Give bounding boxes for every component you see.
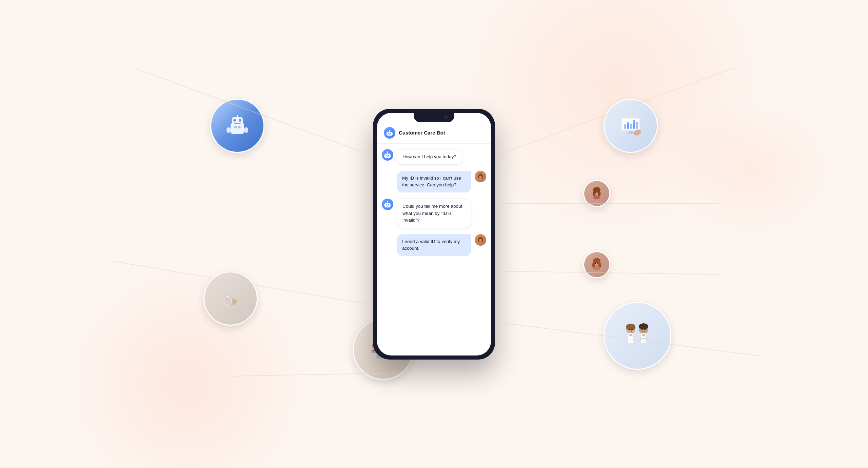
chat-messages: How can I help you today? My ID is inval…: [377, 144, 491, 355]
svg-rect-15: [234, 126, 237, 128]
svg-rect-104: [390, 204, 391, 206]
message-row-4: I need a valid ID to verify my account.: [382, 234, 486, 256]
message-bubble-1: How can I help you today?: [397, 149, 462, 165]
svg-point-86: [386, 155, 387, 156]
svg-point-24: [225, 296, 230, 297]
user-avatar-2: [475, 234, 486, 246]
svg-point-52: [597, 191, 598, 192]
chat-header: Customer Care Bot: [377, 122, 491, 144]
svg-rect-18: [244, 127, 248, 133]
floating-circle-robot: [210, 99, 264, 153]
svg-rect-88: [387, 156, 389, 157]
svg-point-102: [387, 201, 388, 202]
svg-rect-17: [226, 127, 231, 133]
message-row-1: How can I help you today?: [382, 149, 486, 165]
svg-point-50: [593, 195, 600, 199]
phone-notch: [414, 113, 454, 122]
svg-point-96: [481, 175, 484, 178]
message-row-3: Could you tell me more about what you me…: [382, 199, 486, 228]
svg-rect-42: [629, 131, 632, 133]
svg-point-79: [390, 133, 391, 134]
svg-point-47: [593, 191, 596, 196]
svg-rect-39: [636, 122, 638, 128]
svg-point-75: [642, 329, 643, 330]
svg-point-108: [481, 238, 484, 242]
svg-point-90: [387, 151, 388, 152]
bot-msg-icon-1: [384, 151, 391, 159]
user-icon-2: [477, 236, 484, 244]
svg-point-9: [233, 119, 236, 122]
chat-title: Customer Care Bot: [399, 130, 445, 136]
message-bubble-3: Could you tell me more about what you me…: [397, 199, 471, 228]
bot-avatar-header: [384, 127, 395, 139]
message-bubble-4: I need a valid ID to verify my account.: [397, 234, 471, 256]
svg-rect-37: [630, 123, 632, 128]
svg-rect-100: [387, 206, 389, 207]
svg-rect-80: [389, 134, 391, 135]
bot-avatar-msg-1: [382, 149, 393, 161]
phone-mockup: Customer Care Bot: [373, 109, 495, 360]
floating-circle-doctors: [604, 302, 671, 370]
svg-point-48: [598, 191, 601, 196]
svg-point-22: [224, 297, 231, 305]
svg-point-78: [388, 133, 389, 134]
floating-circle-user-2: [583, 251, 610, 278]
bot-avatar-msg-2: [382, 199, 393, 210]
svg-point-98: [386, 204, 387, 206]
svg-rect-36: [627, 122, 629, 128]
svg-point-76: [644, 329, 646, 330]
svg-rect-103: [384, 204, 385, 206]
svg-point-14: [230, 118, 232, 120]
svg-rect-83: [387, 133, 387, 135]
svg-rect-91: [384, 155, 385, 157]
floating-circle-analytics: [604, 99, 658, 153]
message-bubble-2: My ID is invalid so I can't use the serv…: [397, 171, 471, 193]
message-row-2: My ID is invalid so I can't use the serv…: [382, 171, 486, 193]
bot-icon: [386, 129, 393, 136]
svg-point-68: [631, 329, 633, 330]
user-icon-1: [477, 173, 484, 180]
svg-rect-92: [390, 155, 391, 157]
svg-point-54: [593, 258, 600, 263]
svg-point-67: [629, 329, 630, 330]
svg-rect-35: [624, 124, 626, 129]
svg-point-10: [239, 119, 241, 122]
svg-rect-97: [385, 203, 391, 208]
svg-point-60: [597, 263, 598, 264]
floating-circle-device: [203, 271, 258, 326]
svg-point-58: [593, 266, 600, 270]
svg-point-99: [388, 204, 389, 206]
bot-msg-icon-2: [384, 201, 391, 208]
svg-rect-77: [387, 131, 392, 136]
svg-point-62: [626, 324, 635, 330]
user-avatar-1: [475, 171, 486, 182]
svg-point-107: [478, 238, 480, 242]
svg-point-59: [595, 263, 596, 264]
svg-point-82: [389, 129, 390, 130]
svg-point-51: [595, 191, 596, 192]
floating-circle-user-1: [583, 180, 610, 207]
svg-point-13: [236, 113, 238, 115]
svg-rect-85: [385, 154, 391, 158]
svg-rect-84: [392, 133, 393, 135]
svg-point-70: [639, 323, 648, 329]
svg-rect-11: [234, 123, 240, 124]
svg-point-87: [388, 155, 389, 156]
svg-rect-43: [627, 133, 635, 134]
svg-point-95: [478, 175, 480, 178]
svg-rect-16: [238, 126, 241, 128]
phone-screen: Customer Care Bot: [377, 113, 491, 355]
